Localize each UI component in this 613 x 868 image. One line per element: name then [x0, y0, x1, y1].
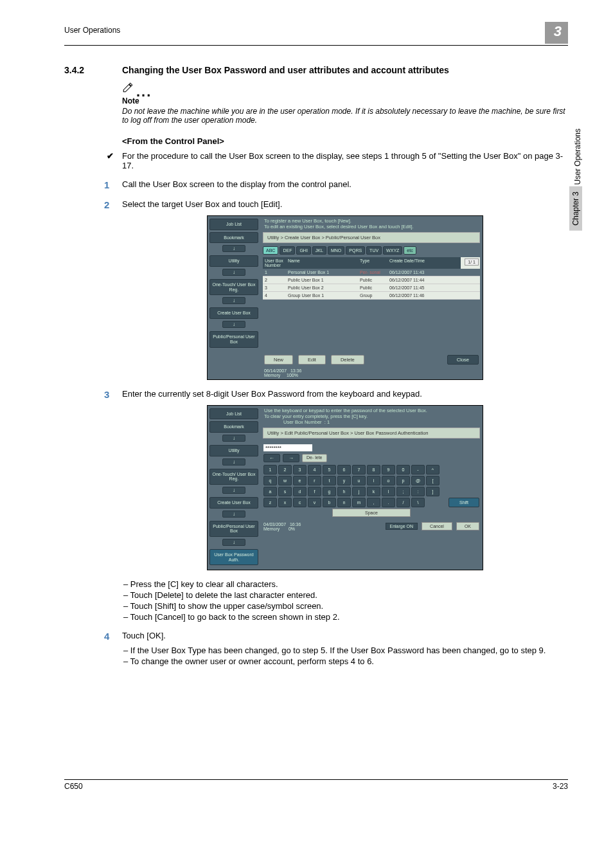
key[interactable]: ^	[426, 465, 440, 475]
key[interactable]: j	[352, 487, 366, 496]
down-arrow-icon: ↓	[222, 487, 245, 494]
alpha-tab[interactable]: ABC	[263, 246, 278, 255]
step-num-2: 2	[104, 199, 116, 210]
enlarge-button[interactable]: Enlarge ON	[386, 523, 418, 530]
sidebar-item[interactable]: Utility	[209, 255, 258, 267]
key[interactable]: u	[352, 476, 366, 485]
ellipsis-icon: ...	[136, 89, 152, 95]
key[interactable]: b	[323, 498, 336, 507]
sub-item: If the User Box Type has been changed, g…	[132, 646, 568, 655]
table-row[interactable]: 2Public User Box 1Public06/12/2007 11:44	[263, 276, 480, 284]
alpha-tab[interactable]: MNO	[328, 246, 344, 255]
key[interactable]: \	[411, 498, 425, 507]
sidebar-item[interactable]: Utility	[209, 445, 258, 457]
key[interactable]: f	[308, 487, 321, 496]
key[interactable]: p	[396, 476, 410, 485]
key[interactable]: 9	[382, 465, 395, 475]
check-text: For the procedure to call the User Box s…	[122, 151, 568, 170]
sidebar-item[interactable]: User Box Password Auth.	[209, 549, 258, 565]
footer-page: 3-23	[553, 782, 568, 791]
sidebar-item[interactable]: Public/Personal User Box	[209, 521, 258, 537]
alpha-tab[interactable]: DEF	[280, 246, 295, 255]
step-text-2: Select the target User Box and touch [Ed…	[122, 199, 282, 210]
key[interactable]: z	[263, 498, 277, 507]
key[interactable]: h	[337, 487, 351, 496]
key[interactable]: o	[382, 476, 395, 485]
screenshot-password-entry: Job ListBookmark↓Utility↓One-Touch/ User…	[207, 405, 483, 571]
key[interactable]: 5	[323, 465, 336, 475]
password-input[interactable]: ********	[263, 444, 312, 451]
table-row[interactable]: 3Public User Box 2Public06/12/2007 11:45	[263, 284, 480, 292]
arrow-right-button[interactable]: →	[283, 454, 299, 462]
sidebar-item[interactable]: Create User Box	[209, 497, 258, 509]
key[interactable]: s	[278, 487, 292, 496]
sidebar-item[interactable]: Job List	[209, 408, 258, 420]
key[interactable]: x	[278, 498, 292, 507]
key[interactable]: g	[323, 487, 336, 496]
note-icon	[122, 82, 134, 95]
check-icon: ✔	[107, 151, 116, 170]
delete-char-button[interactable]: De- lete	[302, 454, 327, 462]
sidebar-item[interactable]: Create User Box	[209, 307, 258, 319]
key[interactable]: 0	[396, 465, 410, 475]
key[interactable]: y	[337, 476, 351, 485]
sidebar-item[interactable]: Public/Personal User Box	[209, 331, 258, 347]
key[interactable]: 6	[337, 465, 351, 475]
key[interactable]: d	[293, 487, 306, 496]
table-row[interactable]: 4Group User Box 1Group06/12/2007 11:46	[263, 292, 480, 300]
key[interactable]: e	[293, 476, 306, 485]
key[interactable]: c	[293, 498, 306, 507]
key[interactable]: q	[263, 476, 277, 485]
sidebar-item[interactable]: Job List	[209, 219, 258, 230]
key[interactable]: 1	[263, 465, 277, 475]
key[interactable]: ;	[396, 487, 410, 496]
key[interactable]: k	[367, 487, 380, 496]
key[interactable]: m	[352, 498, 366, 507]
new-button[interactable]: New	[264, 355, 293, 365]
key[interactable]: [	[426, 476, 440, 485]
edit-button[interactable]: Edit	[298, 355, 326, 365]
key[interactable]: ]	[426, 487, 440, 496]
key[interactable]: :	[411, 487, 425, 496]
space-key[interactable]: Space	[332, 509, 411, 517]
key[interactable]: 7	[352, 465, 366, 475]
key[interactable]: -	[411, 465, 425, 475]
key[interactable]: /	[396, 498, 410, 507]
step-text-3: Enter the currently set 8-digit User Box…	[122, 389, 422, 400]
key[interactable]: ,	[367, 498, 380, 507]
step-num-4: 4	[104, 631, 116, 642]
sidebar-item[interactable]: Bookmark	[209, 232, 258, 244]
alpha-tab[interactable]: TUV	[366, 246, 382, 255]
alpha-tab[interactable]: WXYZ	[383, 246, 402, 255]
key[interactable]: .	[382, 498, 395, 507]
delete-button[interactable]: Delete	[331, 355, 364, 365]
table-row[interactable]: 1Personal User Box 1Per- sonal06/12/2007…	[263, 269, 480, 276]
sidebar-item[interactable]: One-Touch/ User Box Reg.	[209, 469, 258, 485]
key[interactable]: 2	[278, 465, 292, 475]
alpha-tab[interactable]: etc	[404, 246, 416, 255]
alpha-tab[interactable]: PQRS	[346, 246, 365, 255]
sidebar-item[interactable]: Bookmark	[209, 421, 258, 433]
key[interactable]: i	[367, 476, 380, 485]
alpha-tab[interactable]: JKL	[312, 246, 326, 255]
ok-button[interactable]: OK	[456, 522, 479, 530]
close-button[interactable]: Close	[447, 355, 479, 365]
key[interactable]: a	[263, 487, 277, 496]
key[interactable]: 4	[308, 465, 321, 475]
key[interactable]: r	[308, 476, 321, 485]
sidebar-item[interactable]: One-Touch/ User Box Reg.	[209, 279, 258, 295]
down-arrow-icon: ↓	[222, 511, 245, 518]
cancel-button[interactable]: Cancel	[422, 522, 452, 530]
key[interactable]: l	[382, 487, 395, 496]
key[interactable]: t	[323, 476, 336, 485]
arrow-left-button[interactable]: ←	[263, 454, 280, 462]
key[interactable]: 8	[367, 465, 380, 475]
shift-key[interactable]: Shift	[449, 498, 479, 507]
section-title: Changing the User Box Password and user …	[122, 65, 449, 75]
key[interactable]: n	[337, 498, 351, 507]
key[interactable]: @	[411, 476, 425, 485]
key[interactable]: v	[308, 498, 321, 507]
alpha-tab[interactable]: GHI	[296, 246, 310, 255]
key[interactable]: 3	[293, 465, 306, 475]
key[interactable]: w	[278, 476, 292, 485]
